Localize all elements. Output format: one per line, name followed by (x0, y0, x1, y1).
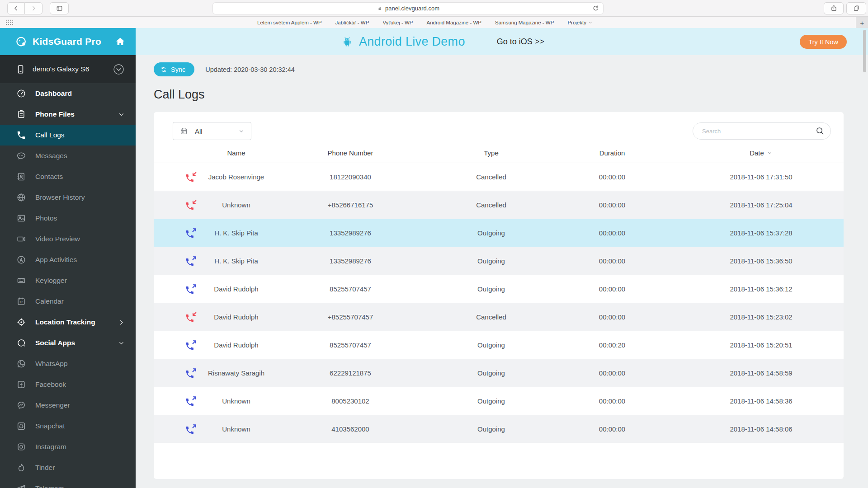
browser-toolbar: panel.clevguard.com (0, 0, 868, 17)
chevron-left-icon (13, 5, 19, 12)
tinder-icon (16, 463, 26, 473)
address-bar[interactable]: panel.clevguard.com (212, 2, 604, 14)
chevron-down-icon (118, 340, 125, 347)
sidebar-item-contacts[interactable]: Contacts (0, 166, 136, 187)
browser-forward-button[interactable] (25, 2, 42, 14)
cancelled-call-icon (185, 199, 197, 211)
main-content: Sync Updated: 2020-03-30 20:32:44 Call L… (136, 55, 868, 488)
video-preview-icon (16, 234, 26, 244)
android-icon (341, 35, 354, 48)
sidebar-item-social-apps[interactable]: Social Apps (0, 333, 136, 353)
sidebar: KidsGuard Pro demo's Galaxy S6 Dashboard… (0, 28, 136, 488)
sidebar-item-snapchat[interactable]: Snapchat (0, 416, 136, 436)
sidebar-item-messenger[interactable]: Messenger (0, 395, 136, 416)
column-header-date-sort[interactable]: Date (687, 149, 844, 157)
table-row[interactable]: Unknown 4103562000 Outgoing 00:00:00 201… (154, 415, 844, 443)
chevron-right-icon (30, 5, 37, 12)
column-header-type: Type (421, 149, 552, 157)
sidebar-item-call-logs[interactable]: Call Logs (0, 125, 136, 145)
table-row[interactable]: Jacob Rosenvinge 18122090340 Cancelled 0… (154, 163, 844, 191)
window-scrollbar[interactable] (863, 30, 866, 72)
tab-overview-button[interactable] (846, 2, 866, 14)
search-input[interactable] (693, 122, 831, 140)
calendar-icon: 12 (16, 296, 26, 306)
logo-bar: KidsGuard Pro (0, 28, 136, 55)
bookmark-item[interactable]: Android Magazine - WP (427, 20, 481, 25)
bookmark-folder-projekty[interactable]: Projekty (567, 20, 593, 25)
column-header-phone: Phone Number (293, 149, 421, 157)
url-text: panel.clevguard.com (385, 5, 439, 12)
new-tab-button[interactable]: + (856, 17, 868, 28)
device-dropdown-chevron-icon[interactable] (113, 63, 125, 75)
sidebar-item-location-tracking[interactable]: Location Tracking (0, 312, 136, 333)
dashboard-icon (16, 89, 26, 99)
sidebar-item-instagram[interactable]: Instagram (0, 436, 136, 457)
reload-button[interactable] (592, 5, 599, 12)
bookmark-item[interactable]: Jablíčkář - WP (335, 20, 369, 25)
sidebar-item-browser-history[interactable]: Browser History (0, 187, 136, 208)
share-icon (830, 5, 838, 12)
phone-files-icon (16, 109, 26, 119)
banner-title: Android Live Demo (359, 35, 465, 49)
outgoing-call-icon (185, 283, 197, 295)
share-button[interactable] (824, 2, 844, 14)
device-selector[interactable]: demo's Galaxy S6 (0, 55, 136, 83)
date-filter-dropdown[interactable]: All (173, 122, 251, 140)
sidebar-item-video-preview[interactable]: Video Preview (0, 229, 136, 249)
column-header-name: Name (154, 149, 293, 157)
chevron-down-icon (588, 20, 593, 25)
sidebar-item-messages[interactable]: Messages (0, 145, 136, 166)
try-it-now-button[interactable]: Try It Now (800, 35, 847, 49)
device-name: demo's Galaxy S6 (33, 65, 113, 73)
outgoing-call-icon (185, 227, 197, 239)
sidebar-item-app-activities[interactable]: App Activities (0, 249, 136, 270)
social-apps-icon (16, 338, 26, 348)
bookmarks-bar: Letem světem Applem - WP Jablíčkář - WP … (0, 17, 868, 28)
reload-icon (592, 5, 599, 12)
search-icon[interactable] (815, 126, 825, 136)
cancelled-call-icon (185, 171, 197, 183)
cancelled-call-icon (185, 311, 197, 323)
sidebar-item-photos[interactable]: Photos (0, 208, 136, 229)
sidebar-item-tinder[interactable]: Tinder (0, 457, 136, 478)
bookmark-item[interactable]: Letem světem Applem - WP (257, 20, 322, 25)
table-row[interactable]: David Rudolph +85255707457 Cancelled 00:… (154, 303, 844, 331)
outgoing-call-icon (185, 395, 197, 407)
keylogger-icon (16, 276, 26, 286)
table-row[interactable]: Risnawaty Saragih 62229121875 Outgoing 0… (154, 359, 844, 387)
table-row[interactable]: Unknown 8005230102 Outgoing 00:00:00 201… (154, 387, 844, 415)
table-row[interactable]: H. K. Skip Pita 13352989276 Outgoing 00:… (154, 247, 844, 275)
table-row[interactable]: David Rudolph 85255707457 Outgoing 00:00… (154, 331, 844, 359)
table-header: Name Phone Number Type Duration Date (154, 143, 844, 163)
sidebar-item-telegram[interactable]: Telegram (0, 478, 136, 488)
sidebar-item-phone-files[interactable]: Phone Files (0, 104, 136, 125)
table-row[interactable]: David Rudolph 85255707457 Outgoing 00:00… (154, 275, 844, 303)
sidebar-toggle-icon (56, 5, 63, 12)
top-banner: Android Live Demo Go to iOS >> Try It No… (136, 28, 868, 55)
table-row[interactable]: H. K. Skip Pita 13352989276 Outgoing 00:… (154, 219, 844, 247)
page-title: Call Logs (154, 88, 844, 102)
outgoing-call-icon (185, 423, 197, 435)
browser-sidebar-toggle-button[interactable] (50, 2, 69, 14)
telegram-icon (16, 483, 26, 488)
contacts-icon (16, 172, 26, 182)
location-tracking-icon (16, 317, 26, 327)
browser-back-button[interactable] (7, 2, 25, 14)
sidebar-nav: Dashboard Phone Files Call Logs Messages… (0, 83, 136, 488)
sync-button[interactable]: Sync (154, 62, 194, 76)
sidebar-item-whatsapp[interactable]: WhatsApp (0, 353, 136, 374)
browser-history-icon (16, 192, 26, 202)
chevron-right-icon (118, 319, 125, 326)
table-row[interactable]: Unknown +85266716175 Cancelled 00:00:00 … (154, 191, 844, 219)
sidebar-item-dashboard[interactable]: Dashboard (0, 83, 136, 104)
whatsapp-icon (16, 359, 26, 369)
home-button[interactable] (115, 36, 126, 47)
instagram-icon (16, 442, 26, 452)
goto-ios-link[interactable]: Go to iOS >> (497, 37, 544, 47)
sidebar-item-facebook[interactable]: Facebook (0, 374, 136, 395)
bookmark-item[interactable]: Samsung Magazine - WP (495, 20, 554, 25)
sidebar-item-calendar[interactable]: 12 Calendar (0, 291, 136, 312)
bookmark-item[interactable]: Vyťukej - WP (382, 20, 413, 25)
column-header-duration: Duration (552, 149, 687, 157)
sidebar-item-keylogger[interactable]: Keylogger (0, 270, 136, 291)
